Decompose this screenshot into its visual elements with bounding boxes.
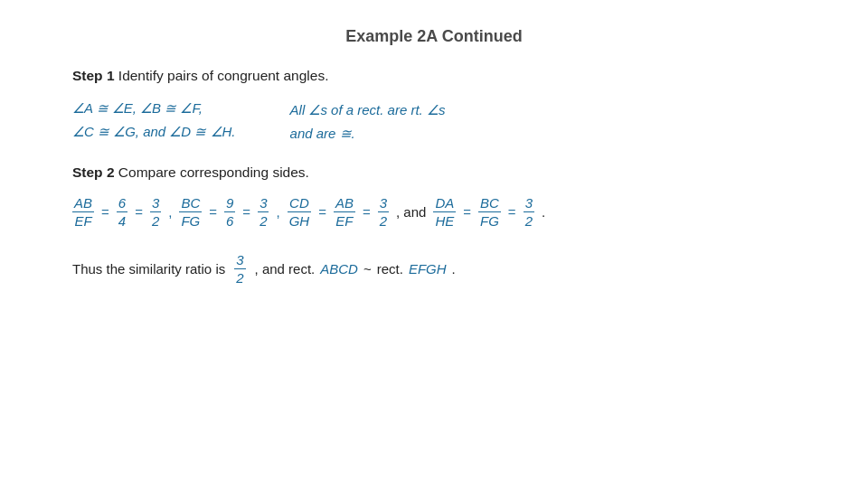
fraction-3-2-third: 3 2 [378,195,389,229]
angles-left: ∠A ≅ ∠E, ∠B ≅ ∠F, ∠C ≅ ∠G, and ∠D ≅ ∠H. [72,97,236,143]
angles-line1: ∠A ≅ ∠E, ∠B ≅ ∠F, [72,97,236,120]
conclusion-fraction: 3 2 [234,252,245,286]
step2-heading: Step 2 Compare corresponding sides. [72,164,796,181]
fraction-3-2-first: 3 2 [150,195,161,229]
conclusion-row: Thus the similarity ratio is 3 2 , and r… [72,252,796,286]
step1-text: Identify pairs of congruent angles. [115,68,329,83]
step1-content: ∠A ≅ ∠E, ∠B ≅ ∠F, ∠C ≅ ∠G, and ∠D ≅ ∠H. … [72,97,796,145]
conclusion-period: . [452,261,456,277]
conclusion-abcd: ABCD [320,261,358,277]
fraction-9-6: 9 6 [224,195,235,229]
fraction-3-2-fourth: 3 2 [524,195,534,229]
step1-heading: Step 1 Identify pairs of congruent angle… [72,68,796,84]
ratios-row: AB EF = 6 4 = 3 2 , BC FG = 9 6 = 3 2 , [72,195,796,229]
conclusion-tilde: ~ [363,261,372,277]
page-title: Example 2A Continued [72,27,796,46]
fraction-bc-fg-2: BC FG [478,195,501,229]
angles-right: All ∠s of a rect. are rt. ∠s and are ≅. [290,99,446,145]
step1-bold: Step 1 [72,68,115,83]
angles-line2: ∠C ≅ ∠G, and ∠D ≅ ∠H. [72,120,236,144]
fraction-da-he: DA HE [433,195,456,229]
fraction-cd-gh: CD GH [288,195,312,229]
fraction-6-4: 6 4 [117,195,127,229]
rule-line1: All ∠s of a rect. are rt. ∠s [290,99,446,122]
conclusion-rect: rect. [377,261,403,277]
step2-bold: Step 2 [72,164,115,180]
conclusion-efgh: EFGH [409,261,447,277]
step2-text: Compare corresponding sides. [115,164,309,180]
fraction-ab-ef-2: AB EF [334,195,355,229]
conclusion-suffix: , and rect. [255,261,316,277]
conclusion-prefix: Thus the similarity ratio is [72,261,225,277]
fraction-ab-ef: AB EF [72,195,94,229]
rule-line2: and are ≅. [290,122,446,145]
fraction-bc-fg: BC FG [179,195,202,229]
fraction-3-2-second: 3 2 [258,195,269,229]
